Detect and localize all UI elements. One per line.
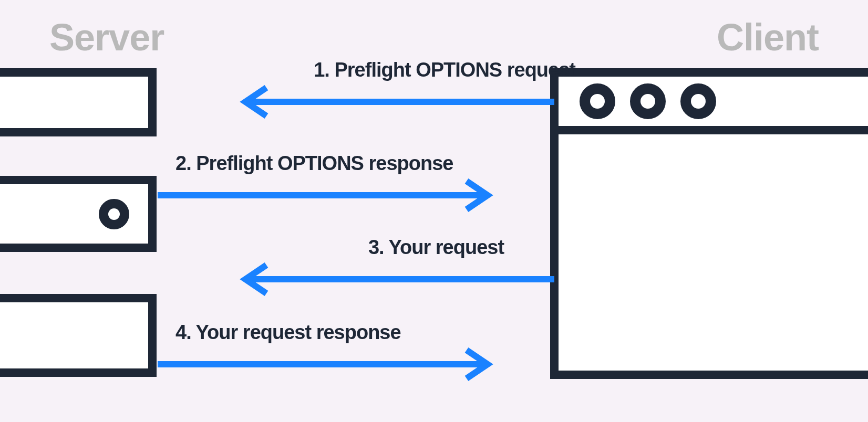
arrow-label: 4. Your request response (175, 321, 401, 344)
server-box-2 (0, 176, 157, 252)
browser-control-icon (630, 83, 666, 119)
arrow-step-4: 4. Your request response (158, 321, 494, 382)
arrow-label: 3. Your request (368, 236, 504, 259)
arrow-step-2: 2. Preflight OPTIONS response (158, 152, 494, 213)
browser-control-icon (580, 83, 615, 119)
arrow-right-icon (158, 178, 494, 213)
arrow-right-icon (158, 347, 494, 382)
arrow-label: 1. Preflight OPTIONS request (314, 59, 575, 81)
server-indicator-icon (99, 199, 129, 229)
arrow-left-icon (239, 85, 554, 119)
server-box-3 (0, 294, 157, 377)
client-browser-header (559, 77, 868, 134)
arrow-step-1: 1. Preflight OPTIONS request (239, 59, 554, 119)
arrow-label: 2. Preflight OPTIONS response (175, 152, 453, 175)
browser-control-icon (680, 83, 716, 119)
server-box-1 (0, 68, 157, 136)
arrow-left-icon (239, 262, 554, 297)
arrow-step-3: 3. Your request (239, 236, 554, 297)
server-title: Server (49, 16, 164, 59)
client-browser (550, 68, 868, 379)
client-title: Client (717, 16, 819, 59)
